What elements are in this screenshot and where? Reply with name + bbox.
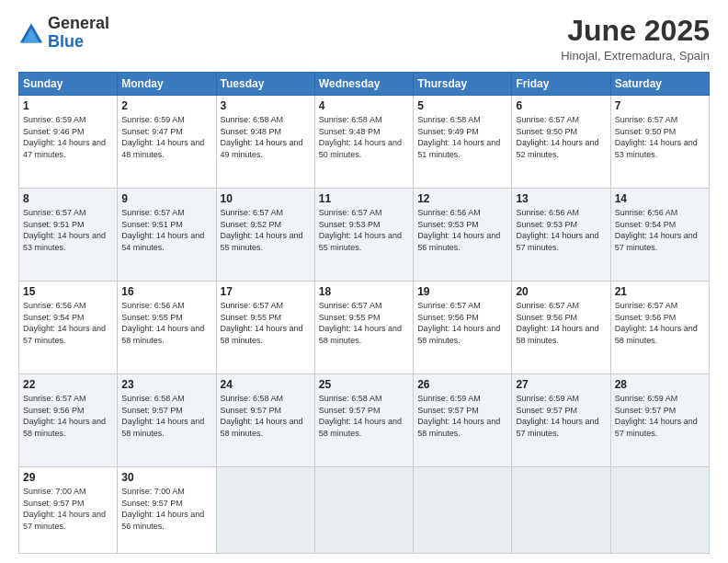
day-number: 23 [121, 378, 211, 391]
header: General Blue June 2025 Hinojal, Extremad… [18, 15, 710, 63]
title-block: June 2025 Hinojal, Extremadura, Spain [561, 15, 710, 63]
calendar-week-row: 22 Sunrise: 6:57 AM Sunset: 9:56 PM Dayl… [19, 374, 710, 467]
calendar-cell: 13 Sunrise: 6:56 AM Sunset: 9:53 PM Dayl… [512, 189, 610, 282]
day-info: Sunrise: 6:59 AM Sunset: 9:47 PM Dayligh… [121, 114, 211, 160]
day-info: Sunrise: 6:56 AM Sunset: 9:55 PM Dayligh… [121, 300, 211, 346]
calendar-header-saturday: Saturday [610, 73, 709, 96]
day-info: Sunrise: 6:56 AM Sunset: 9:53 PM Dayligh… [516, 207, 606, 253]
day-info: Sunrise: 6:58 AM Sunset: 9:57 PM Dayligh… [319, 393, 409, 439]
calendar-cell: 11 Sunrise: 6:57 AM Sunset: 9:53 PM Dayl… [314, 189, 413, 282]
calendar-cell [512, 467, 610, 554]
day-number: 29 [23, 471, 113, 484]
day-number: 17 [221, 285, 311, 298]
calendar-cell: 19 Sunrise: 6:57 AM Sunset: 9:56 PM Dayl… [414, 282, 512, 374]
calendar-cell: 7 Sunrise: 6:57 AM Sunset: 9:50 PM Dayli… [610, 96, 709, 189]
day-number: 3 [221, 99, 311, 112]
logo-icon [18, 20, 44, 46]
calendar-cell: 15 Sunrise: 6:56 AM Sunset: 9:54 PM Dayl… [19, 282, 118, 374]
day-info: Sunrise: 6:58 AM Sunset: 9:48 PM Dayligh… [319, 114, 409, 160]
calendar-header-monday: Monday [118, 73, 216, 96]
logo: General Blue [18, 15, 109, 52]
calendar-cell: 2 Sunrise: 6:59 AM Sunset: 9:47 PM Dayli… [118, 96, 216, 189]
calendar-cell [610, 467, 709, 554]
calendar-cell [414, 467, 512, 554]
calendar-cell: 30 Sunrise: 7:00 AM Sunset: 9:57 PM Dayl… [118, 467, 216, 554]
day-info: Sunrise: 6:57 AM Sunset: 9:55 PM Dayligh… [319, 300, 409, 346]
calendar-header-wednesday: Wednesday [314, 73, 413, 96]
calendar-body: 1 Sunrise: 6:59 AM Sunset: 9:46 PM Dayli… [19, 96, 710, 554]
calendar-cell: 27 Sunrise: 6:59 AM Sunset: 9:57 PM Dayl… [512, 374, 610, 467]
calendar-cell: 17 Sunrise: 6:57 AM Sunset: 9:55 PM Dayl… [216, 282, 314, 374]
day-number: 25 [319, 378, 409, 391]
calendar-header-friday: Friday [512, 73, 610, 96]
day-info: Sunrise: 6:57 AM Sunset: 9:56 PM Dayligh… [23, 393, 113, 439]
day-info: Sunrise: 7:00 AM Sunset: 9:57 PM Dayligh… [23, 486, 113, 532]
day-info: Sunrise: 6:58 AM Sunset: 9:57 PM Dayligh… [221, 393, 311, 439]
calendar-week-row: 8 Sunrise: 6:57 AM Sunset: 9:51 PM Dayli… [19, 189, 710, 282]
calendar-cell: 16 Sunrise: 6:56 AM Sunset: 9:55 PM Dayl… [118, 282, 216, 374]
calendar-cell: 29 Sunrise: 7:00 AM Sunset: 9:57 PM Dayl… [19, 467, 118, 554]
day-info: Sunrise: 6:57 AM Sunset: 9:56 PM Dayligh… [615, 300, 705, 346]
calendar-week-row: 29 Sunrise: 7:00 AM Sunset: 9:57 PM Dayl… [19, 467, 710, 554]
calendar-cell: 5 Sunrise: 6:58 AM Sunset: 9:49 PM Dayli… [414, 96, 512, 189]
day-info: Sunrise: 6:59 AM Sunset: 9:57 PM Dayligh… [516, 393, 606, 439]
day-number: 13 [516, 192, 606, 205]
calendar-cell: 6 Sunrise: 6:57 AM Sunset: 9:50 PM Dayli… [512, 96, 610, 189]
day-info: Sunrise: 6:56 AM Sunset: 9:54 PM Dayligh… [615, 207, 705, 253]
day-number: 8 [23, 192, 113, 205]
calendar-cell: 21 Sunrise: 6:57 AM Sunset: 9:56 PM Dayl… [610, 282, 709, 374]
day-number: 12 [417, 192, 507, 205]
day-number: 9 [121, 192, 211, 205]
day-info: Sunrise: 6:56 AM Sunset: 9:53 PM Dayligh… [417, 207, 507, 253]
calendar-header-sunday: Sunday [19, 73, 118, 96]
calendar-cell: 22 Sunrise: 6:57 AM Sunset: 9:56 PM Dayl… [19, 374, 118, 467]
day-number: 27 [516, 378, 606, 391]
day-info: Sunrise: 6:58 AM Sunset: 9:49 PM Dayligh… [417, 114, 507, 160]
logo-text: General Blue [48, 15, 109, 52]
day-number: 15 [23, 285, 113, 298]
day-info: Sunrise: 6:57 AM Sunset: 9:55 PM Dayligh… [221, 300, 311, 346]
calendar-cell: 20 Sunrise: 6:57 AM Sunset: 9:56 PM Dayl… [512, 282, 610, 374]
calendar-cell: 1 Sunrise: 6:59 AM Sunset: 9:46 PM Dayli… [19, 96, 118, 189]
day-number: 24 [221, 378, 311, 391]
calendar-cell: 9 Sunrise: 6:57 AM Sunset: 9:51 PM Dayli… [118, 189, 216, 282]
calendar-cell: 25 Sunrise: 6:58 AM Sunset: 9:57 PM Dayl… [314, 374, 413, 467]
day-number: 21 [615, 285, 705, 298]
day-number: 6 [516, 99, 606, 112]
day-number: 1 [23, 99, 113, 112]
day-number: 11 [319, 192, 409, 205]
day-info: Sunrise: 7:00 AM Sunset: 9:57 PM Dayligh… [121, 486, 211, 532]
day-number: 26 [417, 378, 507, 391]
calendar-header-row: SundayMondayTuesdayWednesdayThursdayFrid… [19, 73, 710, 96]
day-number: 30 [121, 471, 211, 484]
calendar-cell: 23 Sunrise: 6:58 AM Sunset: 9:57 PM Dayl… [118, 374, 216, 467]
month-year: June 2025 [561, 15, 710, 47]
day-number: 7 [615, 99, 705, 112]
calendar-week-row: 15 Sunrise: 6:56 AM Sunset: 9:54 PM Dayl… [19, 282, 710, 374]
calendar-cell: 24 Sunrise: 6:58 AM Sunset: 9:57 PM Dayl… [216, 374, 314, 467]
location: Hinojal, Extremadura, Spain [561, 49, 710, 63]
calendar-cell: 28 Sunrise: 6:59 AM Sunset: 9:57 PM Dayl… [610, 374, 709, 467]
day-number: 19 [417, 285, 507, 298]
day-info: Sunrise: 6:57 AM Sunset: 9:50 PM Dayligh… [516, 114, 606, 160]
calendar-cell: 10 Sunrise: 6:57 AM Sunset: 9:52 PM Dayl… [216, 189, 314, 282]
calendar-cell: 26 Sunrise: 6:59 AM Sunset: 9:57 PM Dayl… [414, 374, 512, 467]
calendar-cell: 8 Sunrise: 6:57 AM Sunset: 9:51 PM Dayli… [19, 189, 118, 282]
day-number: 10 [221, 192, 311, 205]
day-info: Sunrise: 6:57 AM Sunset: 9:56 PM Dayligh… [516, 300, 606, 346]
calendar-table: SundayMondayTuesdayWednesdayThursdayFrid… [18, 72, 710, 554]
calendar-cell [314, 467, 413, 554]
calendar-header-tuesday: Tuesday [216, 73, 314, 96]
calendar-cell: 18 Sunrise: 6:57 AM Sunset: 9:55 PM Dayl… [314, 282, 413, 374]
day-info: Sunrise: 6:59 AM Sunset: 9:57 PM Dayligh… [417, 393, 507, 439]
calendar-cell: 4 Sunrise: 6:58 AM Sunset: 9:48 PM Dayli… [314, 96, 413, 189]
day-number: 28 [615, 378, 705, 391]
day-info: Sunrise: 6:58 AM Sunset: 9:57 PM Dayligh… [121, 393, 211, 439]
day-number: 14 [615, 192, 705, 205]
calendar-cell [216, 467, 314, 554]
day-number: 2 [121, 99, 211, 112]
day-number: 4 [319, 99, 409, 112]
day-info: Sunrise: 6:57 AM Sunset: 9:50 PM Dayligh… [615, 114, 705, 160]
calendar-header-thursday: Thursday [414, 73, 512, 96]
calendar-cell: 3 Sunrise: 6:58 AM Sunset: 9:48 PM Dayli… [216, 96, 314, 189]
